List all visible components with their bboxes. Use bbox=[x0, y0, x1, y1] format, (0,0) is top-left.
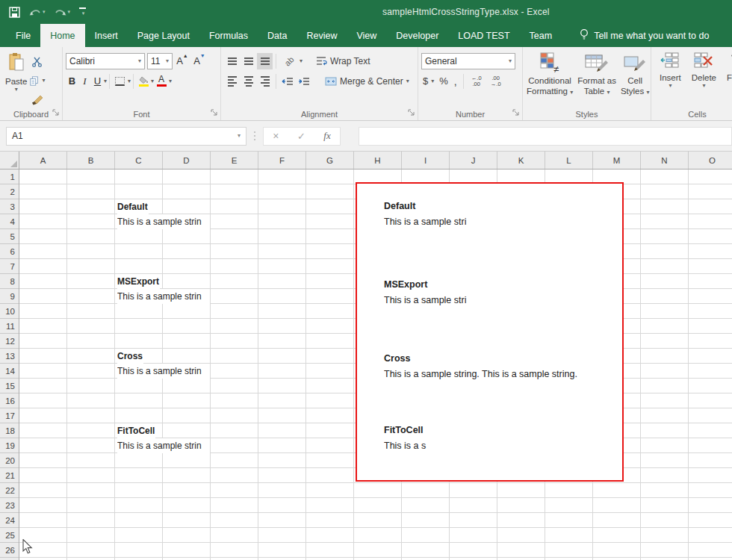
row-header-16[interactable]: 16 bbox=[0, 393, 19, 408]
row-header-13[interactable]: 13 bbox=[0, 349, 19, 364]
top-align-button[interactable] bbox=[224, 53, 240, 69]
formula-input[interactable] bbox=[359, 127, 732, 146]
row-header-6[interactable]: 6 bbox=[0, 244, 19, 259]
number-format-combo[interactable]: General ▾ bbox=[421, 53, 515, 69]
tab-formulas[interactable]: Formulas bbox=[199, 24, 258, 47]
row-header-12[interactable]: 12 bbox=[0, 334, 19, 349]
tell-me-box[interactable]: Tell me what you want to do bbox=[580, 24, 709, 47]
row-header-5[interactable]: 5 bbox=[0, 229, 19, 244]
font-name-combo[interactable]: Calibri ▾ bbox=[66, 53, 145, 69]
cell-C13[interactable]: Cross bbox=[117, 349, 143, 364]
insert-function-icon[interactable]: fx bbox=[323, 130, 330, 142]
row-header-18[interactable]: 18 bbox=[0, 423, 19, 438]
tab-team[interactable]: Team bbox=[520, 24, 562, 47]
col-header-K[interactable]: K bbox=[497, 152, 545, 169]
increase-font-size-button[interactable]: A▲ bbox=[175, 55, 190, 66]
italic-button[interactable]: I bbox=[78, 75, 91, 87]
copy-dropdown-caret[interactable]: ▾ bbox=[42, 78, 45, 84]
col-header-N[interactable]: N bbox=[641, 152, 689, 169]
accounting-format-button[interactable]: $▾ bbox=[421, 73, 435, 90]
accounting-dropdown-caret[interactable]: ▾ bbox=[431, 78, 434, 84]
cell-C18[interactable]: FitToCell bbox=[117, 423, 155, 438]
cancel-icon[interactable]: × bbox=[273, 130, 279, 142]
font-color-dropdown-caret[interactable]: ▾ bbox=[169, 78, 172, 84]
row-header-25[interactable]: 25 bbox=[0, 528, 19, 543]
row-header-23[interactable]: 23 bbox=[0, 498, 19, 513]
cell-C3[interactable]: Default bbox=[117, 199, 149, 214]
middle-align-button[interactable] bbox=[241, 53, 256, 69]
align-left-button[interactable] bbox=[224, 73, 240, 90]
align-right-button[interactable] bbox=[257, 73, 273, 90]
format-painter-button[interactable] bbox=[29, 92, 45, 108]
conditional-formatting-button[interactable]: ≠ Conditional Formatting ▾ bbox=[524, 51, 575, 108]
undo-button[interactable]: ▾ bbox=[29, 7, 46, 17]
redo-button[interactable]: ▾ bbox=[55, 7, 71, 17]
row-header-2[interactable]: 2 bbox=[0, 184, 19, 199]
clipboard-dialog-launcher-icon[interactable] bbox=[52, 109, 60, 118]
row-header-21[interactable]: 21 bbox=[0, 468, 19, 483]
row-header-14[interactable]: 14 bbox=[0, 364, 19, 379]
underline-button[interactable]: U bbox=[91, 75, 104, 87]
row-header-17[interactable]: 17 bbox=[0, 408, 19, 423]
font-size-combo[interactable]: 11 ▾ bbox=[147, 53, 173, 69]
font-dialog-launcher-icon[interactable] bbox=[211, 109, 218, 118]
row-header-9[interactable]: 9 bbox=[0, 289, 19, 304]
col-header-J[interactable]: J bbox=[450, 152, 497, 169]
tab-page-layout[interactable]: Page Layout bbox=[128, 24, 199, 47]
tab-file[interactable]: File bbox=[6, 24, 40, 47]
fill-color-button[interactable] bbox=[136, 73, 151, 90]
orientation-dropdown-caret[interactable]: ▾ bbox=[300, 58, 303, 64]
row-header-10[interactable]: 10 bbox=[0, 304, 19, 319]
name-box[interactable]: A1 ▾ bbox=[6, 127, 246, 146]
tab-developer[interactable]: Developer bbox=[386, 24, 448, 47]
col-header-D[interactable]: D bbox=[163, 152, 211, 169]
underline-dropdown-caret[interactable]: ▾ bbox=[104, 78, 107, 84]
row-header-3[interactable]: 3 bbox=[0, 199, 19, 214]
col-header-L[interactable]: L bbox=[545, 152, 593, 169]
number-dialog-launcher-icon[interactable] bbox=[512, 109, 520, 118]
paste-dropdown-caret[interactable]: ▾ bbox=[15, 87, 18, 93]
alignment-dialog-launcher-icon[interactable] bbox=[408, 109, 415, 118]
row-header-1[interactable]: 1 bbox=[0, 169, 19, 184]
cell-C9[interactable]: This is a sample strin bbox=[117, 289, 210, 304]
format-as-table-button[interactable]: Format as Table ▾ bbox=[575, 51, 618, 108]
row-header-19[interactable]: 19 bbox=[0, 438, 19, 453]
decrease-decimal-button[interactable]: .00→.0 bbox=[487, 73, 505, 90]
format-as-table-caret[interactable]: ▾ bbox=[607, 89, 610, 96]
overlay-box[interactable]: DefaultThis is a sample striMSExportThis… bbox=[356, 182, 624, 482]
wrap-text-button[interactable]: Wrap Text bbox=[313, 53, 373, 69]
copy-button[interactable]: ▾ bbox=[29, 72, 45, 89]
delete-dropdown-caret[interactable]: ▾ bbox=[702, 83, 705, 89]
tab-load-test[interactable]: LOAD TEST bbox=[448, 24, 519, 47]
merge-center-dropdown-caret[interactable]: ▾ bbox=[406, 78, 409, 84]
cell-C4[interactable]: This is a sample strin bbox=[117, 214, 210, 229]
format-cells-button[interactable]: Format ▾ bbox=[725, 51, 732, 108]
col-header-I[interactable]: I bbox=[402, 152, 450, 169]
cell-C19[interactable]: This is a sample strin bbox=[117, 438, 210, 453]
borders-dropdown-caret[interactable]: ▾ bbox=[128, 78, 131, 84]
row-header-22[interactable]: 22 bbox=[0, 483, 19, 498]
conditional-formatting-caret[interactable]: ▾ bbox=[570, 89, 573, 96]
row-header-11[interactable]: 11 bbox=[0, 319, 19, 334]
enter-icon[interactable]: ✓ bbox=[297, 131, 305, 142]
bottom-align-button[interactable] bbox=[257, 53, 273, 69]
col-header-M[interactable]: M bbox=[593, 152, 641, 169]
comma-style-button[interactable]: , bbox=[452, 73, 459, 90]
decrease-font-size-button[interactable]: A▼ bbox=[192, 55, 207, 66]
increase-indent-button[interactable] bbox=[296, 73, 311, 90]
undo-dropdown-caret[interactable]: ▾ bbox=[43, 9, 46, 15]
tab-home[interactable]: Home bbox=[40, 24, 84, 47]
row-header-15[interactable]: 15 bbox=[0, 379, 19, 393]
tab-insert[interactable]: Insert bbox=[85, 24, 128, 47]
percent-style-button[interactable]: % bbox=[437, 73, 450, 90]
row-header-24[interactable]: 24 bbox=[0, 513, 19, 528]
row-header-7[interactable]: 7 bbox=[0, 259, 19, 274]
tab-view[interactable]: View bbox=[347, 24, 386, 47]
row-header-4[interactable]: 4 bbox=[0, 214, 19, 229]
increase-decimal-button[interactable]: ←.0.00 bbox=[468, 73, 486, 90]
merge-center-button[interactable]: Merge & Center ▾ bbox=[322, 73, 412, 90]
decrease-indent-button[interactable] bbox=[279, 73, 295, 90]
worksheet[interactable]: ABCDEFGHIJKLMNO 123456789101112131415161… bbox=[0, 152, 732, 560]
cell-C8[interactable]: MSExport bbox=[117, 274, 160, 289]
select-all-corner[interactable] bbox=[0, 152, 19, 169]
